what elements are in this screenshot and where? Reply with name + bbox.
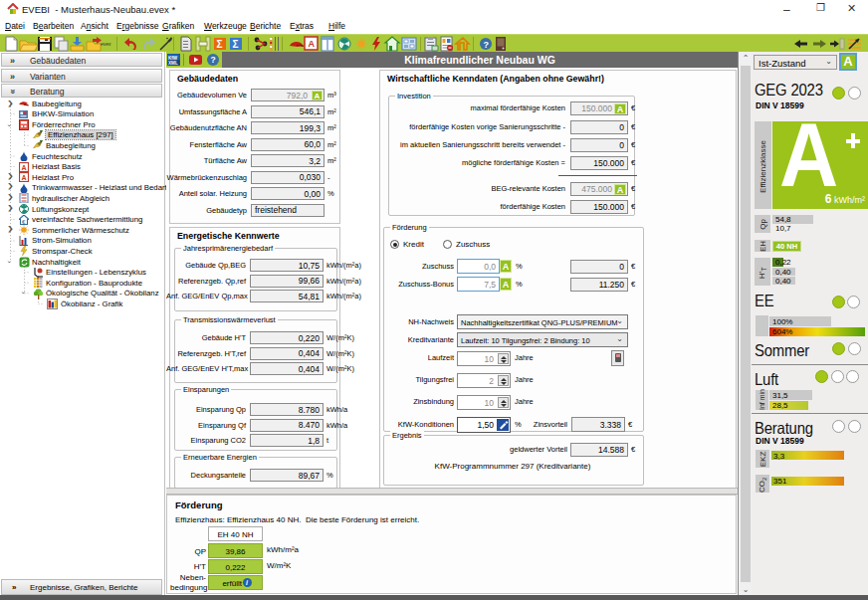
svg-text:A: A (308, 39, 315, 49)
svg-text:Σ: Σ (233, 39, 239, 50)
svg-text:XML: XML (168, 61, 178, 66)
svg-text:?: ? (210, 55, 215, 65)
svg-text:evex: evex (101, 41, 111, 47)
svg-text:?: ? (484, 40, 490, 50)
svg-text:A: A (22, 174, 27, 181)
svg-text:A: A (22, 164, 27, 171)
svg-text:KfW: KfW (168, 56, 178, 61)
svg-text:€: € (22, 218, 26, 224)
svg-text:Σ: Σ (217, 39, 223, 50)
